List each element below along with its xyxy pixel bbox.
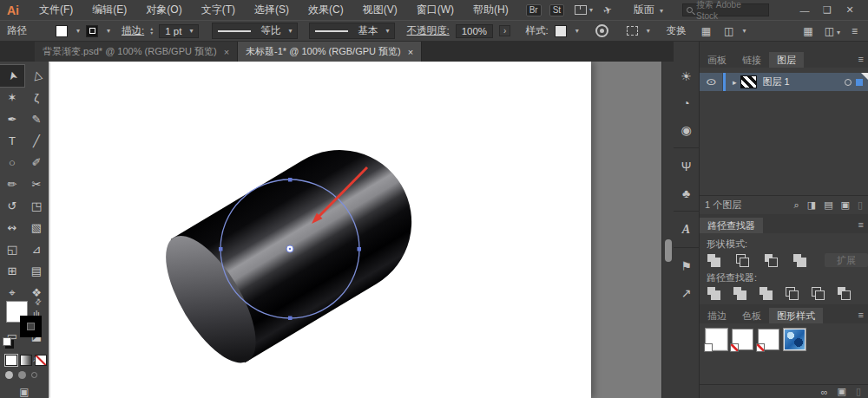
graphic-style-none-style-2[interactable]: [758, 329, 779, 350]
tab-stroke[interactable]: 描边: [700, 308, 734, 323]
layer-name[interactable]: 图层 1: [763, 75, 790, 88]
tab-swatches[interactable]: 色板: [734, 308, 769, 323]
tool-scissors-tool[interactable]: ✂: [24, 173, 49, 195]
tab-layers[interactable]: 图层: [769, 52, 804, 68]
icon-libraries[interactable]: ∞: [821, 387, 828, 397]
pathfinder-minus-back[interactable]: [838, 287, 851, 300]
icon-new-layer[interactable]: ▣: [841, 199, 850, 211]
recolor-artwork-icon[interactable]: [595, 24, 608, 37]
tool-magic-wand-tool[interactable]: ✶: [0, 87, 24, 108]
panel-icon-align[interactable]: ⚑: [674, 247, 700, 279]
stock-search-input[interactable]: 搜索 Adobe Stock: [682, 3, 769, 16]
chevron-down-icon[interactable]: ▾: [647, 27, 650, 35]
graphic-style-none-style-1[interactable]: [732, 329, 753, 350]
panel-icon-symbols[interactable]: ♣: [674, 179, 700, 206]
target-circle-icon[interactable]: [845, 79, 852, 86]
share-icon[interactable]: ✈: [602, 3, 614, 16]
close-button[interactable]: ✕: [838, 4, 861, 16]
tab-artboards[interactable]: 画板: [700, 52, 734, 68]
badge-bridge[interactable]: Br: [526, 4, 542, 16]
graphic-style-blue-texture-style[interactable]: [784, 329, 806, 350]
doctab-untitled-1[interactable]: 未标题-1* @ 100% (RGB/GPU 预览) ×: [238, 42, 422, 62]
graphic-style-default-graphic-style[interactable]: [706, 329, 727, 350]
screen-mode-button[interactable]: ▣: [0, 386, 49, 398]
tool-mesh-tool[interactable]: ⊞: [0, 260, 24, 282]
stroke-color-swatch[interactable]: [86, 25, 98, 37]
shape-mode-intersect[interactable]: [765, 254, 778, 267]
layer-thumbnail[interactable]: [740, 75, 757, 88]
tool-selection-tool[interactable]: ➤: [0, 65, 24, 87]
panel-menu-icon[interactable]: ≡: [852, 25, 858, 37]
icon-new-graphic-style[interactable]: ▣: [838, 386, 846, 397]
icon-new-sublayer[interactable]: ▤: [824, 199, 832, 211]
scrollbar-thumb[interactable]: [665, 239, 672, 262]
menu-effect[interactable]: 效果(C): [299, 3, 353, 17]
shape-mode-unite[interactable]: [707, 254, 720, 267]
tool-gradient-tool[interactable]: ▤: [24, 260, 49, 282]
close-tab-icon[interactable]: ×: [408, 47, 413, 57]
shape-mode-minus-front[interactable]: [736, 254, 749, 267]
panel-icon-color-guide[interactable]: ◉: [674, 116, 700, 143]
opacity-link[interactable]: 不透明度:: [406, 24, 449, 37]
stroke-link[interactable]: 描边:: [122, 24, 144, 37]
workspace-grid-icon[interactable]: ▦: [803, 25, 812, 37]
vertical-scrollbar[interactable]: [661, 62, 674, 398]
menu-window[interactable]: 窗口(W): [407, 3, 464, 17]
tool-line-segment-tool[interactable]: ╱: [24, 130, 49, 152]
icon-delete-layer[interactable]: ▯: [858, 199, 863, 211]
tool-free-transform-tool[interactable]: ▧: [24, 217, 49, 238]
panel-icon-brushes[interactable]: Ψ: [674, 147, 700, 179]
opacity-more-button[interactable]: ›: [499, 25, 510, 36]
transform-link[interactable]: 变换: [667, 24, 687, 37]
width-profile-dropdown[interactable]: 等比▾: [212, 23, 298, 39]
shape-mode-exclude[interactable]: [793, 254, 806, 267]
tool-lasso-tool[interactable]: ζ: [24, 87, 49, 108]
visibility-eye-icon[interactable]: ⊙: [694, 77, 728, 87]
panel-menu-icon[interactable]: ≡: [858, 219, 864, 230]
minimize-button[interactable]: —: [793, 5, 816, 16]
close-tab-icon[interactable]: ×: [224, 47, 229, 57]
expand-layer-icon[interactable]: ▸: [733, 78, 737, 87]
arrange-documents-icon[interactable]: ◫▾: [825, 25, 840, 37]
tool-rotate-tool[interactable]: ↺: [0, 195, 24, 217]
opacity-field[interactable]: 100%: [456, 24, 493, 38]
layer-row[interactable]: ⊙ ▸ 图层 1: [700, 73, 868, 91]
draw-inside-mode[interactable]: [31, 372, 37, 378]
workspace-switcher-icon[interactable]: [575, 5, 587, 15]
gradient-button[interactable]: [20, 355, 32, 366]
tool-width-tool[interactable]: ↭: [0, 217, 24, 238]
tab-graphic-styles[interactable]: 图形样式: [769, 308, 823, 323]
tool-curvature-tool[interactable]: ✎: [24, 108, 49, 130]
menu-file[interactable]: 文件(F): [30, 3, 82, 17]
tool-perspective-grid-tool[interactable]: ⊿: [24, 238, 49, 260]
stroke-weight-field[interactable]: 1 pt▾: [159, 24, 199, 38]
menu-view[interactable]: 视图(V): [353, 3, 407, 17]
stroke-proxy[interactable]: [20, 316, 42, 337]
pathfinder-trim[interactable]: [733, 287, 746, 300]
chevron-down-icon[interactable]: ▾: [742, 27, 746, 35]
fill-color-swatch[interactable]: [56, 25, 68, 37]
tool-paintbrush-tool[interactable]: ✐: [24, 152, 49, 173]
tool-ellipse-tool[interactable]: ○: [0, 152, 24, 173]
badge-stock[interactable]: St: [549, 4, 564, 16]
tool-direct-selection-tool[interactable]: ▷: [24, 65, 49, 87]
panel-icon-character-styles[interactable]: A: [674, 211, 700, 243]
style-swatch[interactable]: [555, 25, 567, 37]
artboard[interactable]: [49, 62, 591, 398]
select-similar-icon[interactable]: [627, 26, 638, 36]
panel-menu-icon[interactable]: ≡: [858, 310, 864, 320]
tab-pathfinder[interactable]: 路径查找器: [700, 218, 763, 233]
draw-normal-mode[interactable]: [5, 371, 13, 379]
panel-menu-icon[interactable]: ≡: [858, 54, 864, 64]
pathfinder-divide[interactable]: [707, 287, 720, 300]
menu-help[interactable]: 帮助(H): [464, 3, 518, 17]
tool-scale-tool[interactable]: ◳: [24, 195, 49, 217]
menu-select[interactable]: 选择(S): [245, 3, 299, 17]
color-button[interactable]: [5, 355, 17, 366]
menu-type[interactable]: 文字(T): [192, 3, 245, 17]
doctab-background-gradient[interactable]: 背景渐变.psd* @ 100% (RGB/GPU 预览) ×: [35, 42, 238, 62]
chevron-down-icon[interactable]: ▾: [589, 6, 593, 14]
draw-behind-mode[interactable]: [18, 371, 26, 379]
pathfinder-merge[interactable]: [760, 287, 773, 300]
menu-edit[interactable]: 编辑(E): [82, 3, 136, 17]
